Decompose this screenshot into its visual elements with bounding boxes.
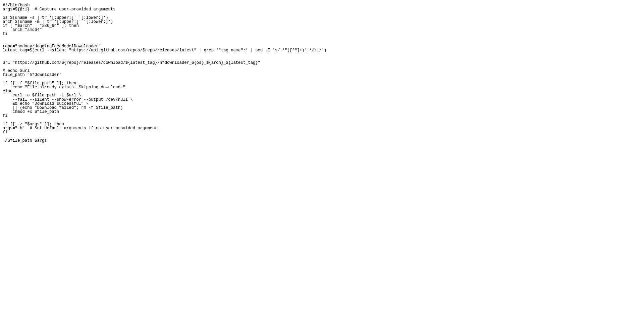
code-block: #!/bin/bash args=${@:1} # Capture user-p…	[0, 0, 644, 146]
